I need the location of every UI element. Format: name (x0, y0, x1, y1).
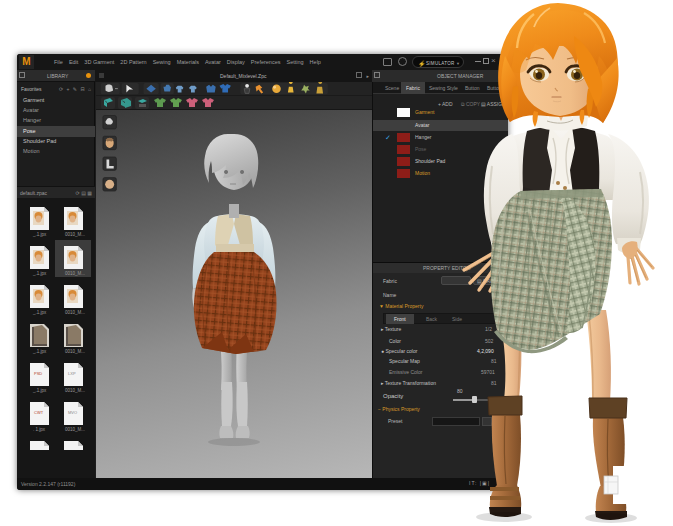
svg-text:LXP: LXP (68, 371, 76, 376)
svg-text:. 1.jpx: . 1.jpx (33, 427, 46, 432)
svg-text:_.1.jpx: _.1.jpx (32, 349, 47, 354)
svg-text:0010_M...: 0010_M... (65, 310, 85, 315)
svg-text:_.1.jpx: _.1.jpx (32, 310, 47, 315)
svg-text:MVO: MVO (68, 410, 77, 415)
svg-text:0010_M...: 0010_M... (65, 349, 85, 354)
svg-text:0010_M...: 0010_M... (65, 271, 85, 276)
svg-text:0010_M...: 0010_M... (65, 427, 85, 432)
svg-text:PSD: PSD (34, 371, 42, 376)
svg-text:0010_M...: 0010_M... (65, 232, 85, 237)
svg-text:_.1.jpx: _.1.jpx (32, 388, 47, 393)
svg-text:CWT: CWT (34, 410, 44, 415)
svg-text:_.1.jpx: _.1.jpx (32, 271, 47, 276)
svg-text:0010_M...: 0010_M... (65, 388, 85, 393)
svg-text:_.1.jpx: _.1.jpx (32, 232, 47, 237)
